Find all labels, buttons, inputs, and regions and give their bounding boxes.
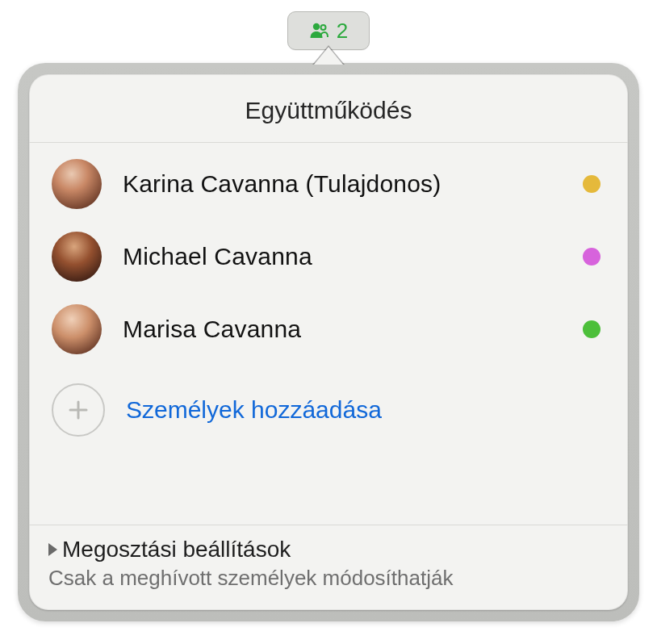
sharing-settings-title: Megosztási beállítások xyxy=(62,537,291,562)
participant-row[interactable]: Michael Cavanna xyxy=(29,220,628,293)
person-icon xyxy=(309,21,328,40)
add-people-button[interactable]: Személyek hozzáadása xyxy=(29,366,628,459)
avatar xyxy=(52,304,102,354)
disclosure-triangle-icon xyxy=(48,543,57,556)
participant-name: Karina Cavanna (Tulajdonos) xyxy=(123,170,562,198)
sharing-settings-subtitle: Csak a meghívott személyek módosíthatják xyxy=(48,566,612,591)
presence-dot xyxy=(583,320,601,338)
presence-dot xyxy=(583,175,601,193)
avatar xyxy=(52,159,102,209)
collaboration-popover: Együttműködés Karina Cavanna (Tulajdonos… xyxy=(18,63,639,621)
plus-icon xyxy=(52,383,105,437)
sharing-settings[interactable]: Megosztási beállítások Csak a meghívott … xyxy=(29,525,628,610)
svg-point-0 xyxy=(313,23,320,30)
svg-point-1 xyxy=(320,25,325,30)
presence-dot xyxy=(583,248,601,266)
participant-row[interactable]: Marisa Cavanna xyxy=(29,293,628,366)
avatar xyxy=(52,232,102,282)
participant-name: Michael Cavanna xyxy=(123,243,562,270)
add-people-label: Személyek hozzáadása xyxy=(126,396,382,424)
participant-name: Marisa Cavanna xyxy=(123,316,562,343)
participant-count: 2 xyxy=(337,19,348,44)
popover-title: Együttműködés xyxy=(29,74,628,143)
participant-row[interactable]: Karina Cavanna (Tulajdonos) xyxy=(29,148,628,220)
participant-list: Karina Cavanna (Tulajdonos) Michael Cava… xyxy=(29,143,628,525)
collaboration-pill-button[interactable]: 2 xyxy=(287,11,370,50)
